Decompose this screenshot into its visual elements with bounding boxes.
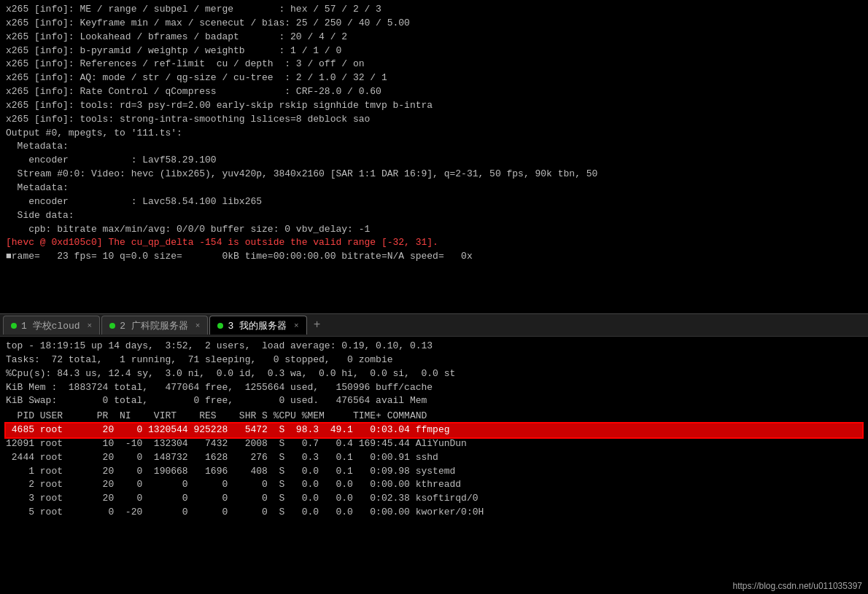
tab-bar[interactable]: 1 学校cloud×2 广科院服务器×3 我的服务器×+: [0, 313, 868, 337]
tab-3[interactable]: 3 我的服务器×: [209, 316, 306, 335]
process-row: 12091 root 10 -10 132304 7432 2008 S 0.7…: [6, 437, 862, 451]
process-table-header: PID USER PR NI VIRT RES SHR S %CPU %MEM …: [6, 410, 862, 423]
tab-add-button[interactable]: +: [309, 316, 326, 334]
terminal-line: encoder : Lavc58.54.100 libx265: [6, 195, 862, 209]
bottom-terminal: top - 18:19:15 up 14 days, 3:52, 2 users…: [0, 337, 868, 594]
terminal-line: ■rame= 23 fps= 10 q=0.0 size= 0kB time=0…: [6, 250, 862, 264]
tab-status-dot: [11, 323, 17, 329]
top-stat-line: top - 18:19:15 up 14 days, 3:52, 2 users…: [6, 340, 862, 353]
top-stat-line: %Cpu(s): 84.3 us, 12.4 sy, 3.0 ni, 0.0 i…: [6, 367, 862, 381]
terminal-line: Stream #0:0: Video: hevc (libx265), yuv4…: [6, 168, 862, 181]
top-stat-line: KiB Mem : 1883724 total, 477064 free, 12…: [6, 381, 862, 395]
terminal-line: x265 [info]: ME / range / subpel / merge…: [6, 3, 862, 17]
tab-status-dot: [217, 323, 223, 329]
watermark: https://blog.csdn.net/u011035397: [733, 581, 862, 591]
tab-1[interactable]: 1 学校cloud×: [3, 316, 100, 335]
terminal-line: x265 [info]: References / ref-limit cu /…: [6, 58, 862, 71]
process-row: 5 root 0 -20 0 0 0 S 0.0 0.0 0:00.00 kwo…: [6, 506, 862, 520]
terminal-line: Side data:: [6, 209, 862, 223]
top-terminal: x265 [info]: ME / range / subpel / merge…: [0, 0, 868, 313]
process-row: 1 root 20 0 190668 1696 408 S 0.0 0.1 0:…: [6, 465, 862, 479]
process-row: 2444 root 20 0 148732 1628 276 S 0.3 0.1…: [6, 451, 862, 465]
terminal-line: x265 [info]: tools: strong-intra-smoothi…: [6, 113, 862, 127]
terminal-line: x265 [info]: Keyframe min / max / scenec…: [6, 17, 862, 31]
tab-close-button[interactable]: ×: [88, 321, 93, 330]
terminal-line: [hevc @ 0xd105c0] The cu_qp_delta -154 i…: [6, 236, 862, 250]
terminal-line: x265 [info]: tools: rd=3 psy-rd=2.00 ear…: [6, 99, 862, 113]
tab-status-dot: [109, 323, 115, 329]
terminal-line: x265 [info]: Lookahead / bframes / badap…: [6, 31, 862, 44]
process-row: 3 root 20 0 0 0 0 S 0.0 0.0 0:02.38 ksof…: [6, 492, 862, 506]
terminal-line: x265 [info]: b-pyramid / weightp / weigh…: [6, 44, 862, 58]
terminal-line: Metadata:: [6, 181, 862, 195]
terminal-line: x265 [info]: Rate Control / qCompress : …: [6, 85, 862, 99]
terminal-line: x265 [info]: AQ: mode / str / qg-size / …: [6, 71, 862, 85]
tab-label: 1 学校cloud: [21, 319, 80, 332]
top-stat-line: KiB Swap: 0 total, 0 free, 0 used. 47656…: [6, 394, 862, 408]
tab-close-button[interactable]: ×: [294, 321, 299, 330]
tab-close-button[interactable]: ×: [195, 321, 201, 330]
terminal-line: Output #0, mpegts, to '111.ts':: [6, 127, 862, 141]
tab-label: 2 广科院服务器: [120, 319, 188, 332]
process-row: 2 root 20 0 0 0 0 S 0.0 0.0 0:00.00 kthr…: [6, 478, 862, 492]
tab-label: 3 我的服务器: [228, 319, 287, 332]
terminal-line: cpb: bitrate max/min/avg: 0/0/0 buffer s…: [6, 223, 862, 237]
top-stat-line: Tasks: 72 total, 1 running, 71 sleeping,…: [6, 353, 862, 367]
tab-2[interactable]: 2 广科院服务器×: [101, 316, 208, 335]
terminal-line: Metadata:: [6, 140, 862, 154]
process-row: 4685 root 20 0 1320544 925228 5472 S 98.…: [6, 423, 862, 437]
terminal-line: encoder : Lavf58.29.100: [6, 154, 862, 168]
